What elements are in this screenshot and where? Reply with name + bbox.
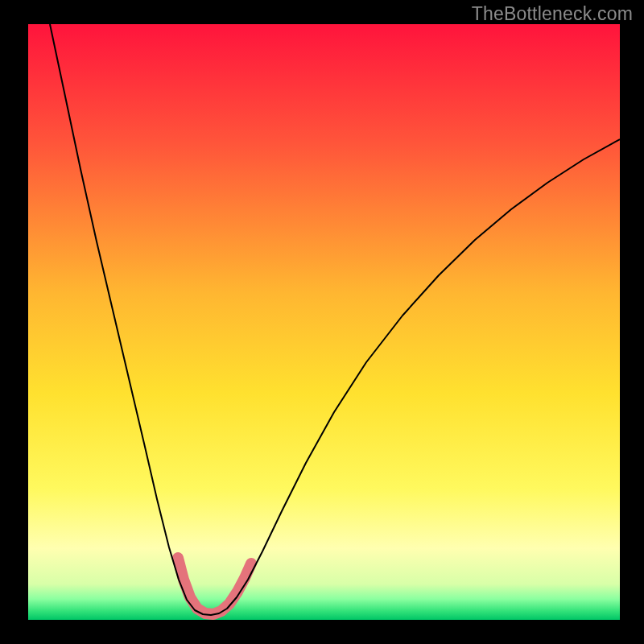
watermark-text: TheBottleneck.com xyxy=(472,3,633,25)
chart-svg xyxy=(0,0,644,644)
chart-frame: { "watermark": "TheBottleneck.com", "cha… xyxy=(0,0,644,644)
plot-background xyxy=(28,24,620,620)
